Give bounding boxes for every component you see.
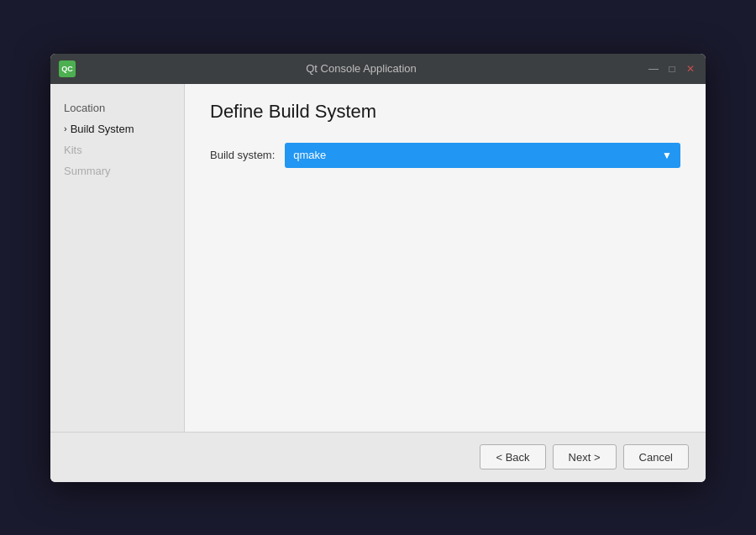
- sidebar-item-label: Summary: [64, 165, 111, 177]
- build-system-form-row: Build system: qmake CMake Qbs ▼: [210, 143, 680, 168]
- build-system-label: Build system:: [210, 149, 275, 161]
- sidebar-item-label: Build System: [71, 123, 134, 135]
- next-button[interactable]: Next >: [553, 444, 617, 469]
- window-controls: — □ ✕: [647, 62, 697, 76]
- window-title: Qt Console Application: [76, 62, 647, 75]
- page-title: Define Build System: [210, 101, 680, 123]
- sidebar-arrow-icon: ›: [64, 123, 67, 134]
- build-system-select-wrapper: qmake CMake Qbs ▼: [285, 143, 680, 168]
- sidebar-item-location[interactable]: Location: [50, 97, 184, 118]
- sidebar-item-kits[interactable]: Kits: [50, 139, 184, 160]
- main-content: Define Build System Build system: qmake …: [185, 84, 706, 432]
- sidebar-item-summary[interactable]: Summary: [50, 160, 184, 181]
- sidebar-item-label: Kits: [64, 144, 82, 156]
- window-body: Location › Build System Kits Summary Def…: [50, 84, 706, 432]
- sidebar-item-build-system[interactable]: › Build System: [50, 118, 184, 139]
- minimize-button[interactable]: —: [647, 62, 660, 76]
- main-window: QC Qt Console Application — □ ✕ Location…: [50, 54, 706, 482]
- app-logo: QC: [59, 60, 76, 77]
- back-button[interactable]: < Back: [480, 444, 545, 469]
- close-button[interactable]: ✕: [684, 62, 697, 76]
- titlebar: QC Qt Console Application — □ ✕: [50, 54, 706, 84]
- build-system-select[interactable]: qmake CMake Qbs: [285, 143, 680, 168]
- footer: < Back Next > Cancel: [50, 432, 706, 482]
- cancel-button[interactable]: Cancel: [623, 444, 689, 469]
- maximize-button[interactable]: □: [665, 62, 679, 76]
- sidebar-item-label: Location: [64, 102, 105, 114]
- sidebar: Location › Build System Kits Summary: [50, 84, 185, 432]
